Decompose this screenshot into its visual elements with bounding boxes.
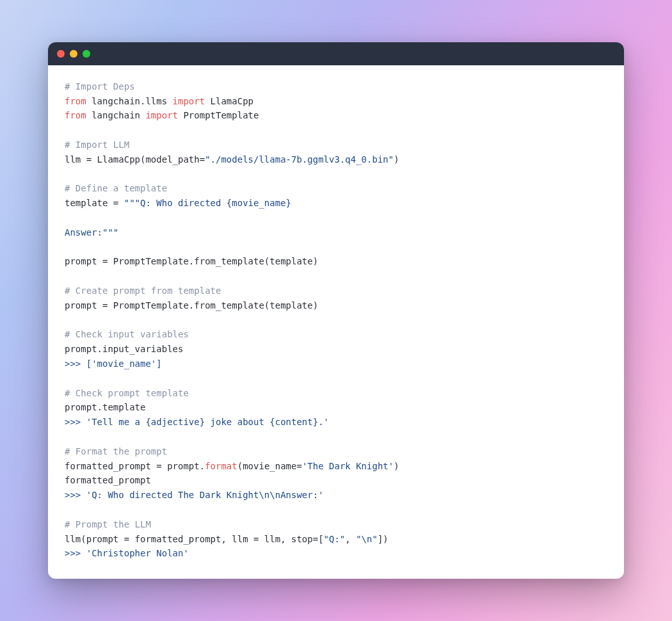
minimize-icon[interactable]	[70, 50, 77, 58]
code-line: # Prompt the LLM	[65, 517, 607, 532]
code-line	[65, 371, 607, 386]
code-line: from langchain.llms import LlamaCpp	[65, 94, 607, 109]
code-line: >>> ['movie_name']	[65, 357, 607, 371]
code-line	[65, 503, 607, 517]
code-line: prompt = PromptTemplate.from_template(te…	[65, 298, 607, 313]
maximize-icon[interactable]	[83, 50, 90, 58]
code-line: # Format the prompt	[65, 444, 607, 459]
code-line: prompt.input_variables	[65, 342, 607, 357]
code-line: >>> 'Christopher Nolan'	[65, 546, 607, 561]
code-line: prompt.template	[65, 400, 607, 415]
code-line: llm = LlamaCpp(model_path="./models/llam…	[65, 152, 607, 167]
code-line	[65, 313, 607, 328]
code-line: formatted_prompt	[65, 473, 607, 488]
code-line: >>> 'Q: Who directed The Dark Knight\n\n…	[65, 488, 607, 503]
code-line: prompt = PromptTemplate.from_template(te…	[65, 254, 607, 269]
code-line: template = """Q: Who directed {movie_nam…	[65, 196, 607, 211]
code-line	[65, 123, 607, 138]
code-line: # Import Deps	[65, 79, 607, 94]
close-icon[interactable]	[57, 50, 65, 58]
code-line	[65, 269, 607, 284]
code-window: # Import Depsfrom langchain.llms import …	[48, 42, 624, 579]
code-line: # Create prompt from template	[65, 284, 607, 298]
code-line	[65, 211, 607, 225]
code-line: >>> 'Tell me a {adjective} joke about {c…	[65, 415, 607, 430]
code-line: llm(prompt = formatted_prompt, llm = llm…	[65, 532, 607, 547]
code-line	[65, 240, 607, 255]
code-line	[65, 167, 607, 182]
code-line: formatted_prompt = prompt.format(movie_n…	[65, 459, 607, 474]
code-block: # Import Depsfrom langchain.llms import …	[48, 65, 624, 579]
code-line: from langchain import PromptTemplate	[65, 108, 607, 123]
window-titlebar	[48, 42, 624, 65]
code-line	[65, 430, 607, 444]
code-line: # Check input variables	[65, 327, 607, 342]
code-line: # Check prompt template	[65, 386, 607, 401]
code-line: Answer:"""	[65, 225, 607, 240]
code-line: # Import LLM	[65, 138, 607, 152]
code-line: # Define a template	[65, 181, 607, 196]
